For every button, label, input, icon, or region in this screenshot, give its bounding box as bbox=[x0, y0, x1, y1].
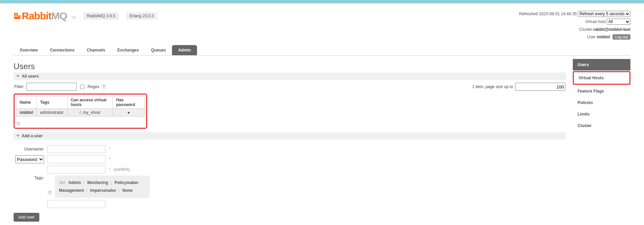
filter-row: Filter: Regex ? 1 item, page size up to bbox=[14, 80, 566, 94]
vhost-label: Virtual host bbox=[585, 19, 606, 24]
tag-opt-admin[interactable]: Admin bbox=[68, 180, 81, 185]
users-table: Name Tags Can access virtual hosts Has p… bbox=[16, 96, 145, 117]
tag-hints: Set Admin| Monitoring| Policymaker Manag… bbox=[55, 176, 150, 198]
user-name-cell[interactable]: middol bbox=[16, 109, 37, 117]
username-label: Username: bbox=[14, 147, 44, 151]
set-label: Set bbox=[59, 180, 65, 185]
user-vhosts-cell: /, my_vhost bbox=[67, 109, 113, 117]
rabbit-icon bbox=[14, 12, 21, 20]
regex-label: Regex bbox=[87, 84, 99, 89]
users-table-highlight: Name Tags Can access virtual hosts Has p… bbox=[14, 94, 147, 129]
nav-exchanges[interactable]: Exchanges bbox=[111, 45, 145, 55]
table-row: middol administrator /, my_vhost ● bbox=[16, 109, 145, 117]
refresh-interval-select[interactable]: Refresh every 5 seconds bbox=[578, 11, 630, 17]
sidebar-item-feature-flags[interactable]: Feature Flags bbox=[573, 85, 630, 97]
user-tags-cell: administrator bbox=[37, 109, 67, 117]
col-name[interactable]: Name bbox=[16, 96, 37, 109]
refreshed-time: 2020-09-01 14:48:35 bbox=[539, 12, 577, 16]
tag-opt-none[interactable]: None bbox=[122, 188, 133, 193]
svg-rect-0 bbox=[14, 13, 16, 16]
logo-text-rabbit: Rabbit bbox=[22, 10, 51, 22]
tag-opt-impersonator[interactable]: Impersonator bbox=[90, 188, 116, 193]
required-icon: * bbox=[109, 157, 111, 162]
sidebar-vhosts-highlight: Virtual Hosts bbox=[573, 71, 630, 85]
section-all-users-toggle[interactable]: All users bbox=[14, 73, 566, 80]
page-title: Users bbox=[14, 62, 566, 71]
chevron-down-icon bbox=[16, 75, 20, 77]
col-tags[interactable]: Tags bbox=[37, 96, 67, 109]
main-panel: Users All users Filter: Regex ? 1 item, … bbox=[14, 59, 566, 225]
svg-point-4 bbox=[19, 17, 20, 18]
regex-checkbox[interactable] bbox=[80, 85, 84, 89]
user-password-cell: ● bbox=[113, 109, 144, 117]
tag-opt-policymaker[interactable]: Policymaker bbox=[115, 180, 139, 185]
section-add-user-toggle[interactable]: Add a user bbox=[14, 132, 566, 140]
username-input[interactable] bbox=[47, 145, 105, 153]
nav-channels[interactable]: Channels bbox=[81, 45, 111, 55]
sidebar-item-virtual-hosts[interactable]: Virtual Hosts bbox=[574, 72, 629, 84]
page-size-input[interactable] bbox=[515, 83, 565, 91]
tags-input[interactable] bbox=[47, 200, 105, 208]
filter-input[interactable] bbox=[26, 83, 77, 91]
tag-opt-monitoring[interactable]: Monitoring bbox=[87, 180, 108, 185]
sidebar-item-cluster[interactable]: Cluster bbox=[573, 120, 630, 131]
nav-connections[interactable]: Connections bbox=[44, 45, 81, 55]
user-value: middol bbox=[597, 35, 610, 39]
logout-button[interactable]: Log out bbox=[612, 34, 630, 40]
nav-overview[interactable]: Overview bbox=[14, 45, 44, 55]
regex-help-icon[interactable]: ? bbox=[101, 84, 106, 89]
required-icon: * bbox=[109, 147, 111, 151]
svg-rect-1 bbox=[16, 13, 18, 16]
table-help-icon[interactable]: ? bbox=[16, 122, 21, 126]
chevron-down-icon bbox=[16, 135, 20, 137]
cluster-value: rabbit@middol-test bbox=[593, 27, 630, 32]
password-input[interactable] bbox=[47, 155, 105, 163]
item-count-text: 1 item, page size up to bbox=[472, 84, 513, 89]
credential-type-select[interactable]: Password: bbox=[15, 155, 44, 163]
header-right: Refreshed 2020-09-01 14:48:35 Refresh ev… bbox=[519, 10, 631, 41]
logo-area: RabbitMQ TM RabbitMQ 3.8.5 Erlang 23.0.3 bbox=[14, 10, 157, 22]
header: RabbitMQ TM RabbitMQ 3.8.5 Erlang 23.0.3… bbox=[14, 3, 630, 41]
sidebar-item-limits[interactable]: Limits bbox=[573, 108, 630, 120]
refreshed-label: Refreshed bbox=[519, 12, 538, 16]
filter-label: Filter: bbox=[14, 84, 24, 89]
tags-help-icon[interactable]: ? bbox=[47, 190, 52, 195]
tag-opt-management[interactable]: Management bbox=[59, 188, 84, 193]
confirm-label: (confirm) bbox=[114, 167, 130, 172]
main-nav: Overview Connections Channels Exchanges … bbox=[14, 45, 630, 56]
col-password[interactable]: Has password bbox=[113, 96, 144, 109]
rabbitmq-logo[interactable]: RabbitMQ bbox=[14, 10, 67, 22]
browser-top-strip bbox=[0, 0, 644, 3]
admin-sidebar: Users Virtual Hosts Feature Flags Polici… bbox=[573, 59, 630, 131]
erlang-version-badge: Erlang 23.0.3 bbox=[126, 12, 157, 20]
vhost-select[interactable]: All bbox=[607, 19, 630, 25]
logo-text-mq: MQ bbox=[51, 10, 67, 22]
nav-admin[interactable]: Admin bbox=[172, 45, 197, 55]
required-icon: * bbox=[109, 167, 111, 172]
logo-tm: TM bbox=[71, 16, 76, 20]
section-all-users-title: All users bbox=[22, 74, 39, 79]
rabbitmq-version-badge: RabbitMQ 3.8.5 bbox=[83, 12, 119, 20]
user-label: User bbox=[587, 35, 596, 39]
nav-queues[interactable]: Queues bbox=[145, 45, 172, 55]
cluster-label: Cluster bbox=[579, 27, 592, 32]
table-header-row: Name Tags Can access virtual hosts Has p… bbox=[16, 96, 145, 109]
col-vhosts[interactable]: Can access virtual hosts bbox=[67, 96, 113, 109]
section-add-user-title: Add a user bbox=[22, 134, 43, 138]
tags-label: Tags: bbox=[14, 176, 44, 180]
add-user-button[interactable]: Add user bbox=[14, 213, 39, 222]
sidebar-item-users[interactable]: Users bbox=[573, 59, 630, 70]
sidebar-item-policies[interactable]: Policies bbox=[573, 97, 630, 108]
password-confirm-input[interactable] bbox=[47, 165, 105, 173]
